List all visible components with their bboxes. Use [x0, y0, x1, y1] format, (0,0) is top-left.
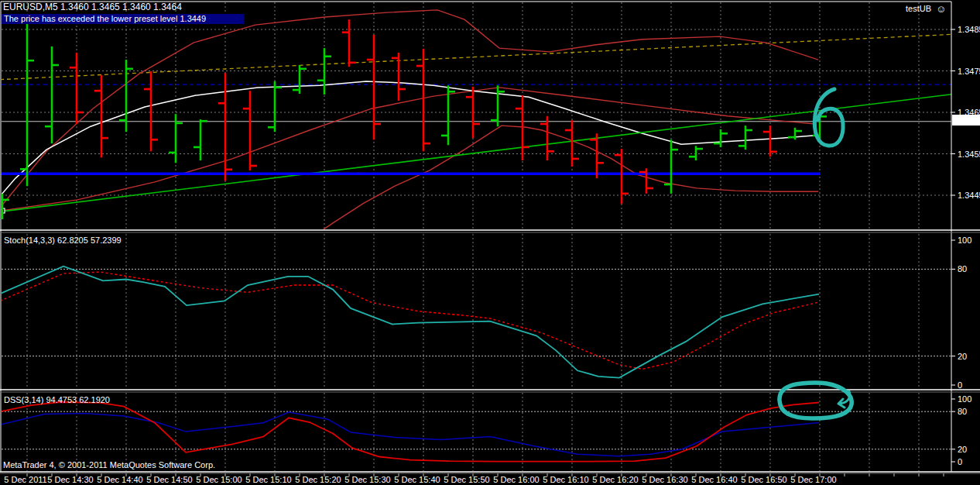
time-axis-label: 5 Dec 14:50 — [146, 475, 192, 484]
mt4-chart-window: 1.34851.34751.34651.34551.34451008020010… — [0, 0, 980, 485]
price-axis-label: 1.3485 — [958, 25, 980, 34]
dss-axis-label: 80 — [958, 407, 967, 416]
price-axis-label: 1.3455 — [958, 150, 980, 159]
dss-indicator-label: DSS(3,14) 94.4753 62.1920 — [4, 395, 110, 404]
time-axis-label: 5 Dec 15:00 — [196, 475, 242, 484]
dss-axis-label: 100 — [958, 394, 971, 404]
time-axis-label: 5 Dec 16:00 — [493, 475, 539, 484]
time-axis-label: 5 Dec 15:40 — [394, 475, 440, 484]
time-axis-label: 5 Dec 15:30 — [344, 475, 390, 484]
time-axis-label: 5 Dec 2011 — [4, 475, 46, 484]
time-axis-label: 5 Dec 16:30 — [642, 475, 687, 484]
generated-chart-layers: 1.34851.34751.34651.34551.34451008020010… — [0, 0, 980, 485]
copyright-label: MetaTrader 4, © 2001-2011 MetaQuotes Sof… — [3, 460, 215, 470]
time-axis-label: 5 Dec 16:10 — [543, 475, 588, 484]
current-price-value: 1.3464 — [953, 115, 979, 125]
price-axis-label: 1.3445 — [958, 191, 980, 200]
smiley-icon: ☺ — [936, 3, 946, 15]
time-axis-label: 5 Dec 15:20 — [295, 475, 341, 484]
chart-canvas[interactable]: 1.34851.34751.34651.34551.34451008020010… — [0, 0, 980, 485]
time-axis-label: 5 Dec 15:10 — [245, 475, 291, 484]
time-axis-label: 5 Dec 15:50 — [444, 475, 489, 484]
stoch-axis-label: 0 — [958, 380, 962, 390]
stoch-indicator-label: Stoch(14,3,3) 62.8205 57.2399 — [4, 236, 122, 245]
ea-name-label: testUB — [906, 4, 931, 13]
time-axis-label: 5 Dec 16:50 — [741, 475, 786, 484]
stoch-axis-label: 20 — [958, 352, 967, 361]
alert-banner-text: The price has exceeded the lower preset … — [4, 14, 206, 23]
price-axis-label: 1.3475 — [958, 67, 980, 76]
dss-axis-label: 20 — [958, 445, 967, 454]
time-axis-label: 5 Dec 16:20 — [592, 475, 638, 484]
time-axis-label: 5 Dec 14:40 — [97, 475, 142, 484]
time-axis-label: 5 Dec 17:00 — [790, 475, 836, 484]
stoch-axis-label: 100 — [958, 236, 971, 245]
time-axis-label: 5 Dec 14:30 — [47, 475, 93, 484]
dss-axis-label: 0 — [958, 457, 962, 466]
stoch-axis-label: 80 — [958, 264, 967, 273]
time-axis-label: 5 Dec 16:40 — [691, 475, 737, 484]
chart-title: EURUSD,M5 1.3460 1.3465 1.3460 1.3464 — [3, 2, 182, 12]
current-price-tag: 1.3464 — [952, 115, 980, 126]
